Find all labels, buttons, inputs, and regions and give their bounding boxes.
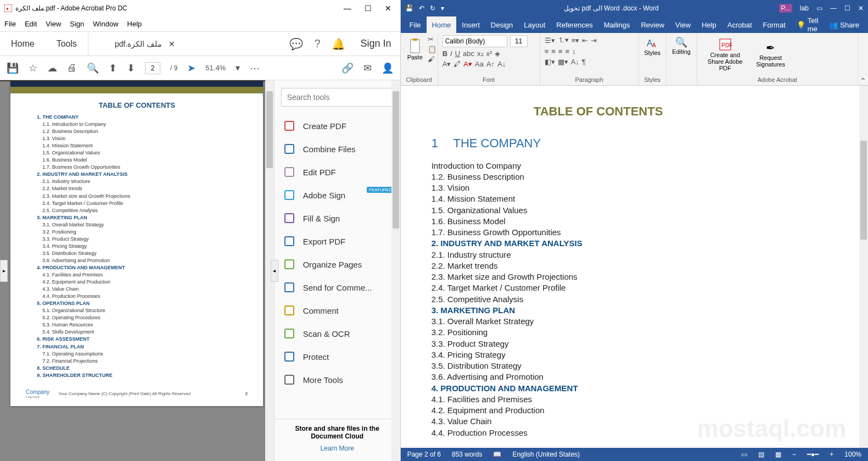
ribbon-options-icon[interactable]: ▭ [816,4,822,12]
increase-indent-icon[interactable]: ⇥ [591,36,597,45]
chat-icon[interactable]: 💬 [289,37,303,51]
superscript-button[interactable]: x² [486,49,492,58]
ribbon-tab-acrobat[interactable]: Acrobat [722,16,758,33]
decrease-indent-icon[interactable]: ⇤ [582,36,588,45]
menu-file[interactable]: File [4,20,16,28]
star-icon[interactable]: ☆ [29,62,37,74]
status-language[interactable]: English (United States) [512,451,580,458]
highlight-icon[interactable]: 🖍 [453,60,461,68]
help-icon[interactable]: ? [314,37,320,50]
redo-icon[interactable]: ↻ [430,4,435,12]
ribbon-tab-format[interactable]: Format [758,16,791,33]
styles-button[interactable]: AA Styles [643,35,662,57]
cursor-icon[interactable]: ➤ [187,62,195,74]
collapse-ribbon-icon[interactable]: ⌃ [858,33,868,85]
paste-button[interactable]: Paste [405,37,425,62]
mail-icon[interactable]: ✉ [363,62,372,74]
tool-comment[interactable]: Comment [275,299,400,322]
ribbon-tab-review[interactable]: Review [635,16,670,33]
save-icon[interactable]: 💾 [7,62,19,74]
search-tools-input[interactable] [281,88,394,107]
tool-combine-files[interactable]: Combine Files [275,137,400,160]
share-button[interactable]: 👥Share [824,21,865,29]
zoom-in-icon[interactable]: + [830,451,833,458]
ribbon-tab-file[interactable]: File [404,16,427,33]
subscript-button[interactable]: x₂ [477,49,484,58]
tab-document[interactable]: pdf.ملف الكرة ✕ [88,32,182,55]
zoom-level[interactable]: 51.4% [205,64,226,72]
maximize-button[interactable]: ☐ [365,4,372,13]
font-name-select[interactable] [443,35,507,47]
view-print-icon[interactable]: ▤ [758,451,764,458]
tell-me-search[interactable]: 💡Tell me [791,16,824,33]
tool-more-tools[interactable]: More Tools [275,368,400,391]
tool-fill-sign[interactable]: Fill & Sign [275,207,400,230]
menu-help[interactable]: Help [127,20,142,28]
sign-in-link[interactable]: Sign In [361,38,391,49]
view-read-icon[interactable]: ▭ [741,451,747,458]
tool-organize-pages[interactable]: Organize Pages [275,253,400,276]
bell-icon[interactable]: 🔔 [332,37,345,51]
clear-format-icon[interactable]: ◈ [495,49,500,58]
ribbon-tab-layout[interactable]: Layout [518,16,551,33]
editing-button[interactable]: 🔍 Editing [671,35,692,56]
font-color-icon[interactable]: A▾ [463,60,472,68]
italic-button[interactable]: I [450,49,452,58]
ribbon-tab-home[interactable]: Home [427,16,457,33]
ribbon-tab-view[interactable]: View [670,16,696,33]
minimize-button[interactable]: — [830,4,837,12]
menu-sign[interactable]: Sign [70,20,84,28]
ribbon-tab-mailings[interactable]: Mailings [598,16,636,33]
change-case-icon[interactable]: Aa [475,60,484,68]
zoom-out-icon[interactable]: − [792,451,796,458]
ribbon-tab-help[interactable]: Help [696,16,722,33]
grow-font-icon[interactable]: A↑ [486,60,495,68]
status-words[interactable]: 853 words [452,451,482,458]
shrink-font-icon[interactable]: A↓ [497,60,506,68]
cloud-icon[interactable]: ☁ [47,62,57,74]
save-icon[interactable]: 💾 [405,4,413,12]
font-size-select[interactable] [510,35,528,47]
status-page[interactable]: Page 2 of 6 [407,451,441,458]
more-icon[interactable]: ⋯ [250,62,260,74]
tools-scrollbar[interactable] [391,80,400,461]
tool-adobe-sign[interactable]: Adobe SignFEATURED [275,184,400,207]
strikethrough-button[interactable]: abc [463,49,474,58]
tool-send-for-comme-[interactable]: Send for Comme... [275,276,400,299]
tab-close-icon[interactable]: ✕ [169,40,175,48]
copy-icon[interactable]: 📋 [428,45,436,53]
bullets-icon[interactable]: ☰▾ [545,36,555,45]
menu-edit[interactable]: Edit [25,20,37,28]
justify-icon[interactable]: ≡ [565,47,569,55]
account-label[interactable]: lab [800,4,809,12]
underline-button[interactable]: U [455,49,460,58]
left-panel-toggle[interactable]: ▸ [0,260,8,282]
person-icon[interactable]: 👤 [382,62,394,74]
zoom-slider[interactable]: ━●━ [807,451,819,458]
align-left-icon[interactable]: ≡ [545,47,549,55]
maximize-button[interactable]: ☐ [844,4,850,12]
undo-icon[interactable]: ↶ [419,4,424,12]
create-share-pdf-button[interactable]: PDF Create and Share Adobe PDF [702,36,749,73]
ribbon-tab-design[interactable]: Design [485,16,518,33]
learn-more-link[interactable]: Learn More [281,445,394,452]
numbering-icon[interactable]: ⒈▾ [558,35,569,45]
tool-edit-pdf[interactable]: Edit PDF [275,160,400,184]
up-arrow-icon[interactable]: ⬆ [109,62,117,74]
line-spacing-icon[interactable]: ↕ [572,47,576,55]
down-arrow-icon[interactable]: ⬇ [127,62,135,74]
request-signatures-button[interactable]: ✒ Request Signatures [752,40,790,69]
multilevel-icon[interactable]: ≡▾ [572,36,580,45]
ribbon-tab-references[interactable]: References [551,16,598,33]
minimize-button[interactable]: — [344,4,351,13]
text-effects-icon[interactable]: A▾ [443,60,451,68]
borders-icon[interactable]: ▦▾ [558,58,568,66]
tool-protect[interactable]: Protect [275,345,400,368]
page-number-input[interactable] [145,62,160,74]
shading-icon[interactable]: ◧▾ [545,58,555,66]
tool-create-pdf[interactable]: Create PDF [275,114,400,137]
menu-view[interactable]: View [46,20,61,28]
tool-export-pdf[interactable]: Export PDF [275,230,400,253]
account-badge[interactable]: P... [779,4,792,13]
menu-window[interactable]: Window [93,20,118,28]
